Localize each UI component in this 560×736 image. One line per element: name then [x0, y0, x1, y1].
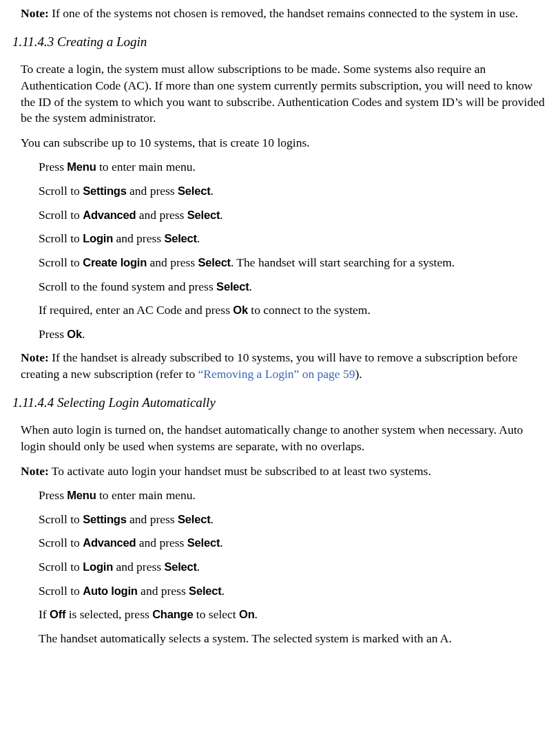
- text-press: Press: [39, 327, 67, 341]
- ui-menu: Menu: [67, 160, 96, 173]
- text-andpress: and press: [136, 208, 187, 222]
- text-press: Press: [39, 160, 67, 174]
- ui-advanced: Advanced: [83, 209, 136, 221]
- ui-auto-login: Auto login: [83, 585, 138, 597]
- ui-settings: Settings: [83, 513, 127, 525]
- text-period: .: [197, 560, 200, 574]
- heading-num: 1.11.4.4: [12, 395, 54, 410]
- heading-selecting-login-auto: 1.11.4.4 Selecting Login Automatically: [12, 394, 548, 412]
- ui-on: On: [239, 608, 255, 620]
- text-a: If: [39, 607, 50, 621]
- ui-login: Login: [83, 232, 113, 244]
- ui-create-login: Create login: [83, 256, 147, 269]
- text-andpress: and press: [136, 536, 187, 549]
- ui-select: Select: [178, 513, 210, 525]
- text-period: .: [222, 584, 225, 598]
- text-period: .: [249, 280, 252, 293]
- text-period: .: [210, 184, 213, 198]
- text-a: If required, enter an AC Code and press: [39, 303, 233, 317]
- s443-step5: Scroll to Create login and press Select.…: [39, 255, 548, 271]
- ui-ok: Ok: [67, 328, 82, 340]
- heading-title: Creating a Login: [54, 34, 147, 49]
- text-press: Press: [39, 488, 67, 502]
- text-period: .: [255, 607, 258, 621]
- ui-ok: Ok: [233, 304, 248, 316]
- text-andpress: and press: [113, 560, 164, 574]
- s443-para1: To create a login, the system must allow…: [21, 61, 548, 127]
- s444-step3: Scroll to Advanced and press Select.: [39, 535, 548, 551]
- text-andpress: and press: [113, 231, 164, 245]
- ui-menu: Menu: [67, 489, 96, 501]
- s444-note: Note: To activate auto login your handse…: [21, 463, 548, 480]
- text-a: Scroll to the found system and press: [39, 280, 216, 293]
- text-period: .: [197, 231, 200, 245]
- text-andpress: and press: [127, 184, 178, 198]
- s443-step2: Scroll to Settings and press Select.: [39, 183, 548, 200]
- text-scroll: Scroll to: [39, 255, 83, 269]
- ui-select: Select: [187, 209, 220, 221]
- note-label: Note:: [21, 464, 49, 478]
- s444-step7: The handset automatically selects a syst…: [39, 631, 548, 647]
- s444-step6: If Off is selected, press Change to sele…: [39, 607, 548, 623]
- s443-note: Note: If the handset is already subscrib…: [21, 350, 548, 382]
- ui-change: Change: [152, 608, 193, 620]
- note-label: Note:: [21, 350, 49, 364]
- s443-step6: Scroll to the found system and press Sel…: [39, 279, 548, 295]
- ui-select: Select: [198, 256, 230, 269]
- text-scroll: Scroll to: [39, 231, 83, 245]
- s443-step4: Scroll to Login and press Select.: [39, 231, 548, 247]
- s444-step5: Scroll to Auto login and press Select.: [39, 583, 548, 600]
- ui-off: Off: [50, 608, 65, 620]
- ui-select: Select: [164, 232, 196, 244]
- ui-select: Select: [164, 560, 196, 573]
- heading-title: Selecting Login Automatically: [54, 395, 215, 410]
- ui-settings: Settings: [83, 185, 127, 197]
- text-b: is selected, press: [65, 607, 152, 621]
- s443-step7: If required, enter an AC Code and press …: [39, 302, 548, 319]
- ui-select: Select: [178, 185, 210, 197]
- text-period: .: [220, 536, 222, 549]
- text-andpress: and press: [127, 512, 178, 526]
- s443-note-tail: ).: [355, 367, 362, 381]
- xref-removing-login[interactable]: “Removing a Login” on page 59: [198, 367, 355, 381]
- s443-step8: Press Ok.: [39, 326, 548, 343]
- s444-para1: When auto login is turned on, the handse…: [21, 422, 548, 454]
- text-tail: . The handset will start searching for a…: [231, 255, 455, 269]
- s443-step3: Scroll to Advanced and press Select.: [39, 207, 548, 224]
- s443-para2: You can subscribe up to 10 systems, that…: [21, 135, 548, 151]
- text-period: .: [220, 208, 222, 222]
- top-note-body: If one of the systems not chosen is remo…: [49, 6, 518, 20]
- heading-creating-a-login: 1.11.4.3 Creating a Login: [12, 33, 548, 51]
- text-scroll: Scroll to: [39, 184, 83, 198]
- ui-advanced: Advanced: [83, 536, 136, 549]
- text-scroll: Scroll to: [39, 536, 83, 549]
- text-scroll: Scroll to: [39, 512, 83, 526]
- ui-select: Select: [189, 585, 221, 597]
- text-b: to connect to the system.: [248, 303, 371, 317]
- ui-select: Select: [216, 280, 249, 293]
- text-andpress: and press: [138, 584, 189, 598]
- s444-step2: Scroll to Settings and press Select.: [39, 512, 548, 528]
- text-andpress: and press: [147, 255, 198, 269]
- heading-num: 1.11.4.3: [12, 34, 54, 49]
- text-period: .: [210, 512, 213, 526]
- s443-step1: Press Menu to enter main menu.: [39, 159, 548, 176]
- top-note: Note: If one of the systems not chosen i…: [21, 6, 548, 22]
- text-c: to select: [193, 607, 239, 621]
- s444-step1: Press Menu to enter main menu.: [39, 487, 548, 504]
- ui-login: Login: [83, 560, 113, 573]
- text-scroll: Scroll to: [39, 560, 83, 574]
- text-scroll: Scroll to: [39, 584, 83, 598]
- s444-step4: Scroll to Login and press Select.: [39, 559, 548, 576]
- text-tail: to enter main menu.: [96, 488, 196, 502]
- note-label: Note:: [21, 6, 49, 20]
- ui-select: Select: [187, 536, 220, 549]
- text-tail: to enter main menu.: [96, 160, 196, 174]
- s444-note-body: To activate auto login your handset must…: [49, 464, 431, 478]
- text-scroll: Scroll to: [39, 208, 83, 222]
- text-period: .: [82, 327, 85, 341]
